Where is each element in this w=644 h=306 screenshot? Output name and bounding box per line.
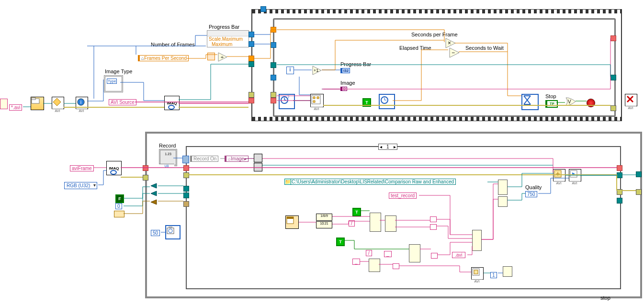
wires-bottom [0, 0, 644, 306]
